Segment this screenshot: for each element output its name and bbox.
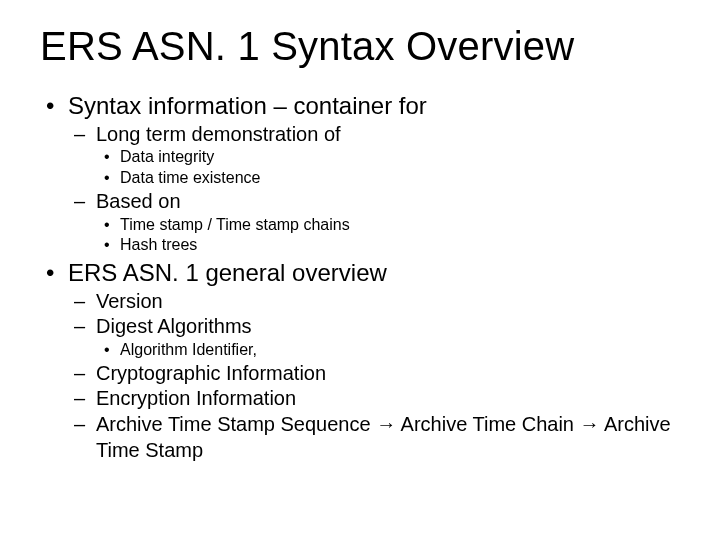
bullet-text: Based on (96, 190, 181, 212)
bullet-sublist: Time stamp / Time stamp chains Hash tree… (96, 215, 680, 257)
bullet-text: Data integrity (120, 148, 214, 165)
bullet-text: Data time existence (120, 169, 261, 186)
bullet-text: Cryptographic Information (96, 362, 326, 384)
bullet-text: ERS ASN. 1 general overview (68, 259, 387, 286)
bullet-lvl2: Encryption Information (68, 386, 680, 412)
bullet-text: Hash trees (120, 236, 197, 253)
bullet-text: Encryption Information (96, 387, 296, 409)
bullet-lvl3: Hash trees (96, 235, 680, 256)
bullet-text: Syntax information – container for (68, 92, 427, 119)
bullet-text: Algorithm Identifier, (120, 341, 257, 358)
bullet-lvl3: Algorithm Identifier, (96, 340, 680, 361)
bullet-lvl2: Digest Algorithms Algorithm Identifier, (68, 314, 680, 360)
bullet-sublist: Version Digest Algorithms Algorithm Iden… (68, 289, 680, 463)
bullet-sublist: Long term demonstration of Data integrit… (68, 122, 680, 256)
bullet-sublist: Data integrity Data time existence (96, 147, 680, 189)
slide: ERS ASN. 1 Syntax Overview Syntax inform… (0, 0, 720, 540)
bullet-lvl1: ERS ASN. 1 general overview Version Dige… (40, 258, 680, 463)
bullet-list: Syntax information – container for Long … (40, 91, 680, 463)
bullet-lvl2: Based on Time stamp / Time stamp chains … (68, 189, 680, 256)
bullet-text: Version (96, 290, 163, 312)
bullet-text: Archive Time Stamp Sequence → Archive Ti… (96, 413, 671, 461)
bullet-lvl2: Cryptographic Information (68, 361, 680, 387)
slide-title: ERS ASN. 1 Syntax Overview (40, 24, 680, 69)
bullet-text: Digest Algorithms (96, 315, 252, 337)
bullet-lvl2: Long term demonstration of Data integrit… (68, 122, 680, 189)
bullet-lvl2: Archive Time Stamp Sequence → Archive Ti… (68, 412, 680, 463)
bullet-sublist: Algorithm Identifier, (96, 340, 680, 361)
bullet-lvl3: Data time existence (96, 168, 680, 189)
bullet-lvl3: Data integrity (96, 147, 680, 168)
bullet-text: Time stamp / Time stamp chains (120, 216, 350, 233)
bullet-lvl2: Version (68, 289, 680, 315)
bullet-text: Long term demonstration of (96, 123, 341, 145)
bullet-lvl3: Time stamp / Time stamp chains (96, 215, 680, 236)
bullet-lvl1: Syntax information – container for Long … (40, 91, 680, 256)
